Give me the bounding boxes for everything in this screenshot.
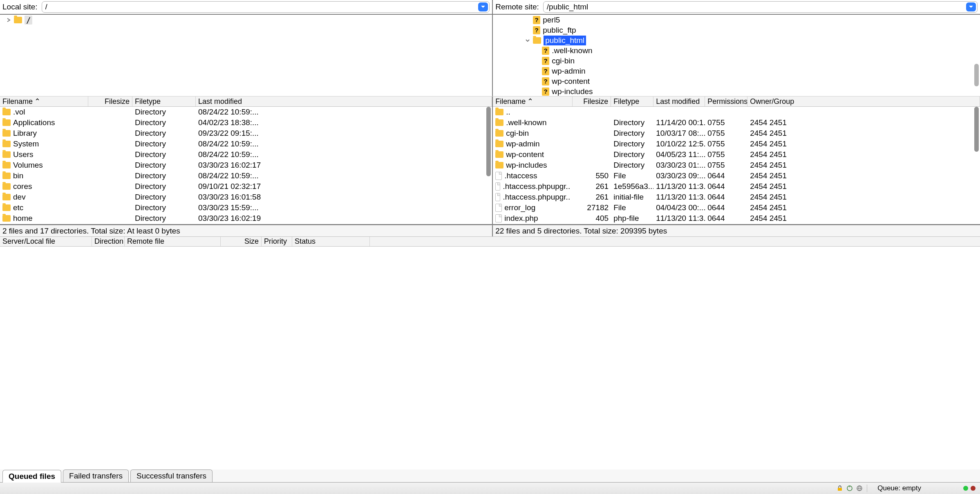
col-filetype[interactable]: Filetype: [132, 97, 196, 106]
chevron-down-icon[interactable]: [525, 38, 530, 43]
table-row[interactable]: SystemDirectory08/24/22 10:59:...: [0, 139, 492, 149]
chevron-right-icon[interactable]: [6, 17, 11, 23]
tree-item[interactable]: ?wp-includes: [493, 86, 980, 96]
tree-item[interactable]: ?cgi-bin: [493, 56, 980, 66]
local-site-combo[interactable]: [42, 1, 490, 13]
file-icon: [495, 182, 500, 191]
folder-icon: [2, 119, 11, 126]
filetype: Directory: [611, 161, 653, 170]
tree-item-label[interactable]: cgi-bin: [552, 56, 575, 65]
filename: .htaccess.phpupgr..: [503, 182, 570, 191]
tree-item[interactable]: ?wp-admin: [493, 66, 980, 76]
dropdown-icon[interactable]: [966, 2, 976, 11]
permissions: 0644: [705, 182, 747, 191]
filename: error_log: [504, 203, 535, 212]
tab-successful[interactable]: Successful transfers: [130, 469, 213, 482]
scrollbar-thumb[interactable]: [974, 64, 979, 86]
filename: Library: [13, 129, 37, 138]
col-server[interactable]: Server/Local file: [0, 237, 92, 246]
modified: 04/05/23 11:...: [653, 150, 705, 159]
remote-file-list[interactable]: Filename⌃ Filesize Filetype Last modifie…: [493, 97, 980, 224]
table-row[interactable]: ..: [493, 107, 980, 117]
tree-item[interactable]: ?public_ftp: [493, 25, 980, 35]
local-site-input[interactable]: [45, 2, 479, 11]
col-modified[interactable]: Last modified: [196, 97, 492, 106]
table-row[interactable]: wp-includesDirectory03/30/23 01:...07552…: [493, 160, 980, 171]
tree-item-label[interactable]: wp-includes: [552, 87, 593, 96]
col-modified[interactable]: Last modified: [653, 97, 705, 106]
filename: index.php: [504, 214, 538, 223]
remote-site-combo[interactable]: [543, 1, 978, 13]
filetype: Directory: [132, 161, 196, 170]
filename: home: [13, 214, 33, 223]
permissions: 0755: [705, 139, 747, 148]
remote-site-input[interactable]: [547, 2, 966, 11]
table-row[interactable]: .well-knownDirectory11/14/20 00:1...0755…: [493, 117, 980, 128]
col-filename[interactable]: Filename⌃: [493, 97, 573, 106]
col-status[interactable]: Status: [292, 237, 370, 246]
table-row[interactable]: binDirectory08/24/22 10:59:...: [0, 171, 492, 181]
tree-item-label[interactable]: public_html: [544, 36, 586, 45]
col-remote[interactable]: Remote file: [125, 237, 221, 246]
folder-icon: [2, 173, 11, 179]
col-owner[interactable]: Owner/Group: [747, 97, 980, 106]
table-row[interactable]: LibraryDirectory09/23/22 09:15:...: [0, 128, 492, 139]
owner: 2454 2451: [747, 171, 980, 180]
scrollbar-thumb[interactable]: [974, 107, 979, 152]
refresh-icon[interactable]: [846, 485, 853, 492]
tree-item[interactable]: public_html: [493, 35, 980, 45]
table-row[interactable]: devDirectory03/30/23 16:01:58: [0, 192, 492, 202]
network-icon[interactable]: [856, 485, 863, 492]
scrollbar-thumb[interactable]: [486, 107, 491, 176]
col-size[interactable]: Size: [221, 237, 262, 246]
modified: 03/30/23 15:59:...: [196, 203, 492, 212]
table-row[interactable]: .htaccess550File03/30/23 09:...06442454 …: [493, 171, 980, 181]
tree-item-label[interactable]: wp-admin: [552, 67, 585, 76]
table-row[interactable]: etcDirectory03/30/23 15:59:...: [0, 202, 492, 213]
tree-item-label[interactable]: wp-content: [552, 77, 590, 86]
tree-item-label[interactable]: .well-known: [552, 46, 592, 55]
table-row[interactable]: wp-adminDirectory10/10/22 12:5...0755245…: [493, 139, 980, 149]
lock-icon[interactable]: [836, 485, 844, 492]
tree-item-label[interactable]: perl5: [543, 16, 560, 25]
tree-item-root[interactable]: /: [25, 16, 32, 25]
col-filename[interactable]: Filename⌃: [0, 97, 88, 106]
table-row[interactable]: UsersDirectory08/24/22 10:59:...: [0, 149, 492, 160]
table-row[interactable]: cgi-binDirectory10/03/17 08:...07552454 …: [493, 128, 980, 139]
modified: 11/13/20 11:3...: [653, 182, 705, 191]
local-file-list[interactable]: Filename⌃ Filesize Filetype Last modifie…: [0, 97, 493, 224]
tree-item[interactable]: ?.well-known: [493, 45, 980, 56]
col-permissions[interactable]: Permissions: [705, 97, 747, 106]
table-row[interactable]: ApplicationsDirectory04/02/23 18:38:...: [0, 117, 492, 128]
folder-icon: [2, 215, 11, 222]
table-row[interactable]: .volDirectory08/24/22 10:59:...: [0, 107, 492, 117]
tab-failed[interactable]: Failed transfers: [63, 469, 129, 482]
table-row[interactable]: VolumesDirectory03/30/23 16:02:17: [0, 160, 492, 171]
col-filesize[interactable]: Filesize: [88, 97, 132, 106]
table-row[interactable]: wp-contentDirectory04/05/23 11:...075524…: [493, 149, 980, 160]
tree-item-label[interactable]: public_ftp: [543, 26, 576, 35]
modified: 11/14/20 00:1...: [653, 118, 705, 127]
tree-item[interactable]: ?wp-content: [493, 76, 980, 86]
col-priority[interactable]: Priority: [262, 237, 292, 246]
local-tree[interactable]: /: [0, 15, 493, 96]
table-row[interactable]: index.php405php-file11/13/20 11:3...0644…: [493, 213, 980, 224]
queue-body[interactable]: [0, 247, 980, 469]
folder-icon: [2, 183, 11, 190]
permissions: 0755: [705, 150, 747, 159]
dropdown-icon[interactable]: [478, 2, 488, 11]
filetype: Directory: [132, 139, 196, 148]
table-row[interactable]: homeDirectory03/30/23 16:02:19: [0, 213, 492, 224]
tab-queued[interactable]: Queued files: [2, 470, 61, 483]
file-icon: [495, 214, 502, 222]
table-row[interactable]: error_log27182File04/04/23 00:...0644245…: [493, 202, 980, 213]
col-direction[interactable]: Direction: [92, 237, 125, 246]
folder-icon: [2, 194, 11, 200]
table-row[interactable]: .htaccess.phpupgr..261initial-file11/13/…: [493, 192, 980, 202]
col-filesize[interactable]: Filesize: [573, 97, 611, 106]
col-filetype[interactable]: Filetype: [611, 97, 653, 106]
table-row[interactable]: coresDirectory09/10/21 02:32:17: [0, 181, 492, 192]
table-row[interactable]: .htaccess.phpupgr..2611e5956a3...11/13/2…: [493, 181, 980, 192]
remote-tree[interactable]: ?perl5?public_ftppublic_html?.well-known…: [493, 15, 980, 96]
tree-item[interactable]: ?perl5: [493, 15, 980, 25]
